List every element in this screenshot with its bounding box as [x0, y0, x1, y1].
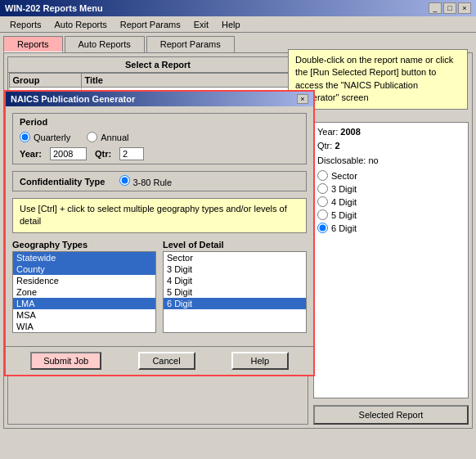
cancel-button[interactable]: Cancel [138, 352, 195, 370]
level-listbox[interactable]: Sector 3 Digit 4 Digit 5 Digit 6 Digit [163, 251, 307, 333]
menu-auto-reports[interactable]: Auto Reports [48, 18, 114, 31]
menu-reports[interactable]: Reports [3, 18, 48, 31]
col-group: Group [9, 74, 81, 88]
year-input[interactable] [50, 147, 87, 160]
year-label: Year: [20, 149, 42, 159]
selected-report-button[interactable]: Selected Report [313, 405, 469, 425]
level-title: Level of Detail [163, 240, 307, 250]
list-item[interactable]: 4 Digit [164, 275, 306, 286]
conf-radio-label[interactable]: 3-80 Rule [119, 175, 172, 187]
window-title: WIN-202 Reports Menu [5, 3, 103, 13]
report-info: Year: 2008 Qtr: 2 Disclosable: no [317, 126, 465, 167]
help-button[interactable]: Help [231, 352, 289, 370]
tab-reports[interactable]: Reports [3, 36, 63, 52]
panel-title: Select a Report [8, 57, 308, 73]
confidentiality-section: Confidentiality Type 3-80 Rule [12, 171, 307, 191]
close-button[interactable]: × [458, 2, 471, 14]
quarterly-radio[interactable] [20, 132, 30, 142]
qtr-label: Qtr: [95, 149, 111, 159]
qtr-info: Qtr: 2 [317, 140, 465, 152]
annual-radio[interactable] [87, 132, 97, 142]
ctrl-click-tooltip: Use [Ctrl] + click to select multiple ge… [12, 198, 307, 233]
list-item[interactable]: WIA [13, 321, 155, 332]
dialog-body: Period Quarterly Annual Year: Qtr: Con [6, 106, 313, 346]
period-section: Period Quarterly Annual Year: Qtr: [12, 113, 307, 164]
menu-report-params[interactable]: Report Params [114, 18, 187, 31]
list-item[interactable]: Statewide [13, 252, 155, 263]
radio-3digit: 3 Digit [317, 183, 465, 194]
list-item[interactable]: 6 Digit [164, 298, 306, 309]
menu-exit[interactable]: Exit [187, 18, 215, 31]
qtr-input[interactable] [119, 147, 144, 160]
window-controls: _ □ × [429, 2, 471, 14]
radio-4digit: 4 Digit [317, 196, 465, 207]
annual-radio-label[interactable]: Annual [87, 132, 128, 142]
minimize-button[interactable]: _ [429, 2, 442, 14]
dialog-title-bar: NAICS Publication Generator × [6, 92, 313, 106]
period-fields: Year: Qtr: [20, 147, 299, 160]
list-item[interactable]: Residence [13, 275, 155, 286]
list-item[interactable]: MSA [13, 309, 155, 321]
right-info-box: Year: 2008 Qtr: 2 Disclosable: no Sector [313, 122, 469, 398]
list-item[interactable]: Zone [13, 286, 155, 298]
col-title: Title [81, 74, 307, 88]
tab-auto-reports[interactable]: Auto Reports [65, 36, 145, 52]
period-options: Quarterly Annual [20, 132, 299, 142]
list-item[interactable]: Sector [164, 252, 306, 263]
conf-title: Confidentiality Type [20, 177, 105, 187]
radio-5digit: 5 Digit [317, 209, 465, 220]
list-item[interactable]: County [13, 263, 155, 275]
geography-title: Geography Types [12, 240, 156, 250]
geography-listbox[interactable]: Statewide County Residence Zone LMA MSA … [12, 251, 156, 333]
tab-report-params[interactable]: Report Params [146, 36, 235, 52]
list-item[interactable]: 5 Digit [164, 286, 306, 298]
year-info: Year: 2008 [317, 126, 465, 138]
list-columns: Geography Types Statewide County Residen… [12, 240, 307, 333]
list-item[interactable]: 3 Digit [164, 263, 306, 275]
period-title: Period [20, 117, 299, 127]
radio-sector: Sector [317, 170, 465, 181]
digit-radio-group: Sector 3 Digit 4 Digit 5 Digit 6 Digit [317, 170, 465, 233]
naics-publication-dialog: NAICS Publication Generator × Period Qua… [4, 90, 315, 376]
radio-6digit: 6 Digit [317, 223, 465, 233]
submit-job-button[interactable]: Submit Job [30, 352, 101, 370]
menu-help[interactable]: Help [215, 18, 247, 31]
geography-section: Geography Types Statewide County Residen… [12, 240, 156, 333]
callout-tooltip: Double-click on the report name or click… [288, 49, 468, 110]
conf-radio[interactable] [119, 175, 130, 186]
title-bar: WIN-202 Reports Menu _ □ × [0, 0, 476, 16]
maximize-button[interactable]: □ [443, 2, 456, 14]
menu-bar: Reports Auto Reports Report Params Exit … [0, 16, 476, 33]
right-panel: Double-click on the report name or click… [313, 56, 469, 425]
list-item[interactable]: LMA [13, 298, 155, 309]
quarterly-radio-label[interactable]: Quarterly [20, 132, 70, 142]
disclosable-info: Disclosable: no [317, 155, 465, 167]
dialog-footer: Submit Job Cancel Help [6, 346, 313, 375]
dialog-title: NAICS Publication Generator [11, 94, 135, 104]
level-section: Level of Detail Sector 3 Digit 4 Digit 5… [163, 240, 307, 333]
dialog-close-button[interactable]: × [297, 94, 308, 104]
